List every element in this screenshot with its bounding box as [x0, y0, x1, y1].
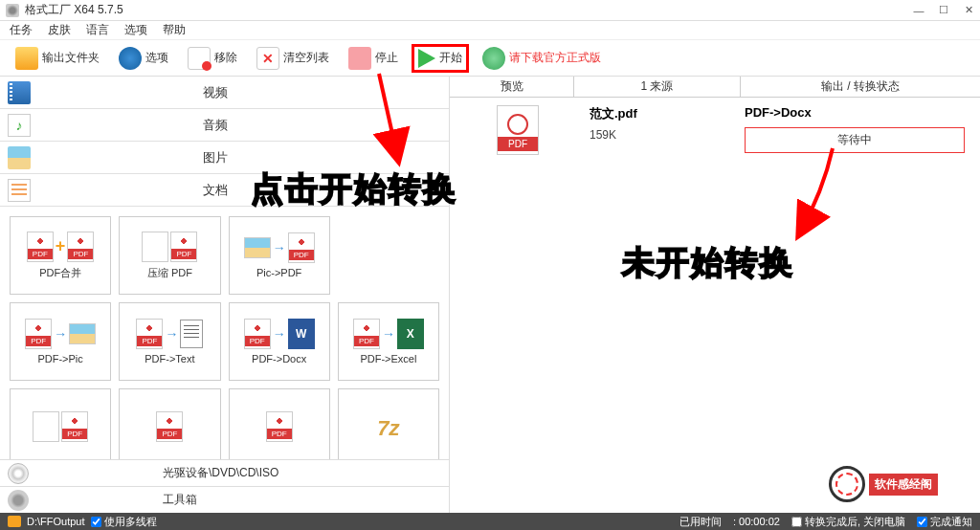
- menu-help[interactable]: 帮助: [163, 22, 186, 38]
- pdf-icon: [170, 232, 197, 262]
- task-status-col: PDF->Docx 等待中: [735, 105, 974, 155]
- audio-icon: [8, 114, 31, 137]
- clear-icon: [256, 47, 279, 70]
- options-button[interactable]: 选项: [113, 45, 174, 72]
- notify-checkbox[interactable]: [917, 517, 927, 527]
- pdf-icon: [25, 319, 52, 349]
- task-row[interactable]: 范文.pdf 159K PDF->Docx 等待中: [450, 98, 980, 163]
- menu-language[interactable]: 语言: [86, 22, 109, 38]
- menubar: 任务 皮肤 语言 选项 帮助: [0, 21, 980, 40]
- tile-pdf-to-pic[interactable]: → PDF->Pic: [10, 302, 111, 381]
- pic-icon: [244, 237, 271, 258]
- start-label: 开始: [439, 50, 462, 66]
- toolbox-row[interactable]: 工具箱: [0, 486, 449, 513]
- folder-icon: [15, 47, 38, 70]
- drive-row[interactable]: 光驱设备\DVD\CD\ISO: [0, 459, 449, 486]
- tile-extra-3[interactable]: [229, 388, 330, 459]
- remove-button[interactable]: 移除: [182, 45, 243, 72]
- shutdown-toggle[interactable]: 转换完成后, 关闭电脑: [791, 515, 905, 529]
- pdf-icon: [244, 319, 271, 349]
- maximize-button[interactable]: ☐: [938, 5, 949, 16]
- multithread-checkbox[interactable]: [91, 517, 101, 527]
- tile-7z[interactable]: 7z: [338, 388, 439, 459]
- tile-label: PDF->Pic: [37, 353, 82, 364]
- disc-icon: [8, 463, 29, 484]
- stop-button[interactable]: 停止: [343, 45, 404, 72]
- task-conversion: PDF->Docx: [745, 105, 965, 120]
- tile-label: PDF->Docx: [252, 353, 306, 364]
- document-label: 文档: [203, 182, 228, 199]
- drive-label: 光驱设备\DVD\CD\ISO: [163, 465, 278, 481]
- task-header: 预览 1 来源 输出 / 转换状态: [450, 77, 980, 98]
- download-label: 请下载官方正式版: [509, 50, 601, 66]
- menu-skin[interactable]: 皮肤: [48, 22, 71, 38]
- watermark-text: 软件感经阁: [869, 474, 938, 496]
- minimize-button[interactable]: —: [913, 5, 924, 16]
- elapsed-time: : 00:00:02: [733, 516, 780, 527]
- multithread-toggle[interactable]: 使用多线程: [91, 515, 157, 529]
- window-controls: — ☐ ✕: [913, 5, 974, 16]
- statusbar: D:\FFOutput 使用多线程 已用时间 : 00:00:02 转换完成后,…: [0, 513, 980, 530]
- globe-icon: [482, 47, 505, 70]
- options-label: 选项: [145, 50, 168, 66]
- close-button[interactable]: ✕: [963, 5, 974, 16]
- options-icon: [119, 47, 142, 70]
- arrow-icon: →: [54, 326, 67, 342]
- pdf-icon: [497, 105, 539, 155]
- right-panel: 预览 1 来源 输出 / 转换状态 范文.pdf 159K PDF->Docx …: [450, 77, 980, 513]
- tile-label: PDF->Excel: [360, 353, 416, 364]
- pdf-icon: [136, 319, 163, 349]
- statusbar-right: 已用时间 : 00:00:02 转换完成后, 关闭电脑 完成通知: [679, 515, 972, 529]
- header-output: 输出 / 转换状态: [741, 77, 980, 97]
- pdf-icon: [353, 319, 380, 349]
- clear-button[interactable]: 清空列表: [251, 45, 335, 72]
- pdf-icon: [67, 232, 94, 262]
- pdf-icon: [266, 411, 293, 442]
- arrow-icon: →: [382, 326, 395, 342]
- notify-toggle[interactable]: 完成通知: [917, 515, 972, 529]
- shutdown-label: 转换完成后, 关闭电脑: [805, 515, 905, 529]
- menu-task[interactable]: 任务: [10, 22, 33, 38]
- pic-icon: [69, 323, 96, 344]
- download-link[interactable]: 请下载官方正式版: [477, 45, 607, 72]
- pdf-icon: [288, 232, 315, 263]
- output-folder-button[interactable]: 输出文件夹: [10, 45, 105, 72]
- tile-pdf-to-excel[interactable]: →X PDF->Excel: [338, 302, 439, 381]
- left-panel: 视频 音频 图片 文档 + PDF合并 压缩 PDF: [0, 77, 450, 513]
- pdf-icon: [27, 232, 54, 262]
- category-document[interactable]: 文档: [0, 174, 449, 207]
- toolbar: 输出文件夹 选项 移除 清空列表 停止 开始 请下载官方正式版: [0, 40, 980, 77]
- tile-label: 压缩 PDF: [147, 266, 192, 280]
- video-icon: [8, 81, 31, 104]
- tile-extra-2[interactable]: [119, 388, 220, 459]
- category-video[interactable]: 视频: [0, 77, 449, 109]
- image-label: 图片: [203, 149, 228, 166]
- tile-compress-pdf[interactable]: 压缩 PDF: [119, 216, 220, 295]
- tiles-grid: + PDF合并 压缩 PDF → Pic->PDF → PDF->Pic →: [0, 207, 449, 459]
- zip-icon: [142, 232, 168, 262]
- tile-label: PDF合并: [39, 266, 81, 280]
- text-icon: [180, 320, 203, 348]
- word-icon: [33, 411, 59, 442]
- remove-icon: [188, 47, 211, 70]
- menu-options[interactable]: 选项: [124, 22, 147, 38]
- header-source: 1 来源: [574, 77, 741, 97]
- category-image[interactable]: 图片: [0, 142, 449, 174]
- watermark: 软件感经阁: [829, 465, 963, 503]
- arrow-icon: →: [165, 326, 178, 342]
- document-icon: [8, 179, 31, 202]
- tile-pic-to-pdf[interactable]: → Pic->PDF: [229, 216, 330, 295]
- shutdown-checkbox[interactable]: [791, 517, 802, 527]
- gear-icon: [8, 490, 29, 511]
- task-info: 范文.pdf 159K: [580, 105, 735, 155]
- tile-pdf-to-docx[interactable]: →W PDF->Docx: [229, 302, 330, 381]
- category-audio[interactable]: 音频: [0, 109, 449, 142]
- tile-pdf-merge[interactable]: + PDF合并: [10, 216, 111, 295]
- tile-pdf-to-text[interactable]: → PDF->Text: [119, 302, 220, 381]
- audio-label: 音频: [203, 117, 228, 134]
- tile-extra-1[interactable]: [10, 388, 111, 459]
- output-path[interactable]: D:\FFOutput: [27, 516, 85, 527]
- image-icon: [8, 146, 31, 169]
- statusbar-left: D:\FFOutput 使用多线程: [8, 515, 157, 529]
- start-button[interactable]: 开始: [412, 44, 469, 73]
